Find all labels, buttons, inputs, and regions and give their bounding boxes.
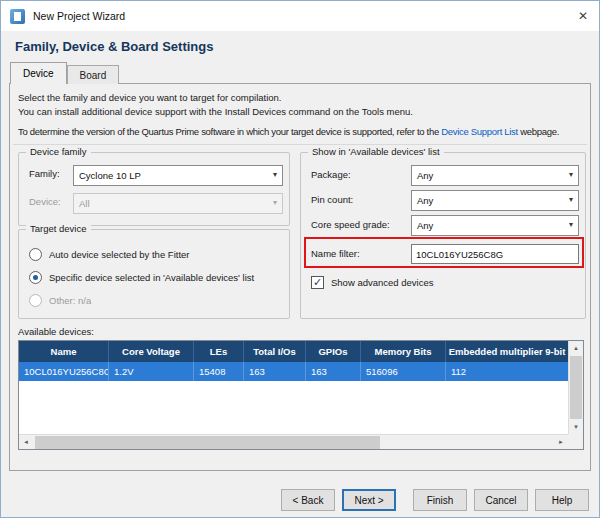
column-header-memory-bits[interactable]: Memory Bits: [361, 341, 446, 362]
name-filter-label: Name filter:: [311, 248, 360, 259]
next-button[interactable]: Next >: [342, 489, 396, 511]
device-family-group: Device family Family: Cyclone 10 LP ▾ De…: [18, 152, 290, 226]
tab-bar: Device Board: [10, 62, 119, 84]
help-button[interactable]: Help: [535, 489, 589, 511]
device-select-value: All: [79, 198, 90, 209]
device-label: Device:: [29, 196, 61, 207]
available-devices-table: Name Core Voltage LEs Total I/Os GPIOs M…: [18, 340, 584, 450]
dropdown-icon: ▾: [569, 170, 573, 179]
target-device-group: Target device Auto device selected by th…: [18, 229, 290, 319]
pin-count-label: Pin count:: [311, 194, 353, 205]
device-family-group-title: Device family: [26, 146, 91, 157]
dropdown-icon: ▾: [273, 198, 277, 207]
pin-count-select-value: Any: [417, 195, 433, 206]
back-button[interactable]: < Back: [281, 489, 335, 511]
column-header-embedded-multiplier[interactable]: Embedded multiplier 9-bit: [446, 341, 568, 362]
intro-line-1: Select the family and device you want to…: [18, 92, 282, 103]
intro-line-3-prefix: To determine the version of the Quartus …: [18, 126, 441, 137]
family-select-value: Cyclone 10 LP: [79, 170, 141, 181]
page-title: Family, Device & Board Settings: [15, 39, 213, 54]
available-devices-label: Available devices:: [18, 326, 94, 337]
tab-device[interactable]: Device: [10, 62, 67, 84]
column-header-name[interactable]: Name: [19, 341, 109, 362]
horizontal-scrollbar[interactable]: ◄ ►: [19, 434, 568, 449]
table-row-selected[interactable]: 10CL016YU256C8G 1.2V 15408 163 163 51609…: [19, 362, 568, 381]
intro-line-2: You can install additional device suppor…: [18, 106, 413, 117]
vertical-scrollbar[interactable]: ▲ ▼: [568, 341, 583, 434]
show-advanced-checkbox-label: Show advanced devices: [331, 277, 433, 288]
show-filters-group-title: Show in 'Available devices' list: [308, 146, 444, 157]
cell-core-voltage: 1.2V: [109, 362, 194, 381]
pin-count-select[interactable]: Any ▾: [411, 190, 579, 211]
scroll-left-icon[interactable]: ◄: [23, 439, 29, 445]
other-radio-label: Other: n/a: [49, 295, 91, 306]
show-filters-group: Show in 'Available devices' list Package…: [300, 152, 586, 319]
column-header-core-voltage[interactable]: Core Voltage: [109, 341, 194, 362]
new-project-wizard-window: New Project Wizard ✕ Family, Device & Bo…: [0, 0, 600, 518]
target-device-group-title: Target device: [26, 223, 91, 234]
name-filter-input[interactable]: [411, 244, 579, 264]
family-label: Family:: [29, 168, 60, 179]
window-title: New Project Wizard: [33, 10, 125, 22]
core-speed-grade-select[interactable]: Any ▾: [411, 215, 579, 236]
scroll-down-icon[interactable]: ▼: [573, 424, 579, 430]
scroll-up-icon[interactable]: ▲: [573, 345, 579, 351]
scrollbar-corner: [568, 434, 583, 449]
cell-embedded-multiplier: 112: [446, 362, 568, 381]
device-support-list-link[interactable]: Device Support List: [441, 126, 518, 137]
section-divider: [13, 144, 587, 145]
device-tab-panel: Select the family and device you want to…: [9, 83, 591, 471]
titlebar: New Project Wizard ✕: [1, 1, 599, 31]
column-header-total-ios[interactable]: Total I/Os: [244, 341, 306, 362]
dropdown-icon: ▾: [569, 220, 573, 229]
app-icon: [10, 9, 25, 24]
core-speed-grade-select-value: Any: [417, 220, 433, 231]
other-radio: [29, 294, 42, 307]
column-header-les[interactable]: LEs: [194, 341, 244, 362]
cell-gpios: 163: [306, 362, 361, 381]
family-select[interactable]: Cyclone 10 LP ▾: [73, 165, 283, 186]
specific-device-radio[interactable]: [29, 271, 42, 284]
package-label: Package:: [311, 169, 351, 180]
vertical-scrollbar-thumb[interactable]: [570, 356, 582, 419]
cancel-button[interactable]: Cancel: [474, 489, 528, 511]
wizard-footer: < Back Next > Finish Cancel Help: [274, 489, 589, 511]
table-header-row: Name Core Voltage LEs Total I/Os GPIOs M…: [19, 341, 568, 362]
intro-line-3: To determine the version of the Quartus …: [18, 126, 559, 137]
scroll-right-icon[interactable]: ►: [558, 439, 564, 445]
device-select: All ▾: [73, 193, 283, 214]
package-select-value: Any: [417, 170, 433, 181]
close-icon[interactable]: ✕: [567, 1, 599, 31]
finish-button[interactable]: Finish: [413, 489, 467, 511]
cell-total-ios: 163: [244, 362, 306, 381]
dropdown-icon: ▾: [273, 170, 277, 179]
tab-board[interactable]: Board: [67, 65, 120, 84]
show-advanced-checkbox[interactable]: ✓: [311, 276, 324, 289]
column-header-gpios[interactable]: GPIOs: [306, 341, 361, 362]
cell-name: 10CL016YU256C8G: [19, 362, 109, 381]
horizontal-scrollbar-thumb[interactable]: [35, 436, 380, 449]
cell-memory-bits: 516096: [361, 362, 446, 381]
cell-les: 15408: [194, 362, 244, 381]
specific-device-radio-label: Specific device selected in 'Available d…: [49, 272, 254, 283]
package-select[interactable]: Any ▾: [411, 165, 579, 186]
auto-device-radio-label: Auto device selected by the Fitter: [49, 249, 189, 260]
core-speed-grade-label: Core speed grade:: [311, 219, 390, 230]
dropdown-icon: ▾: [569, 195, 573, 204]
intro-line-3-suffix: webpage.: [518, 126, 559, 137]
auto-device-radio[interactable]: [29, 248, 42, 261]
